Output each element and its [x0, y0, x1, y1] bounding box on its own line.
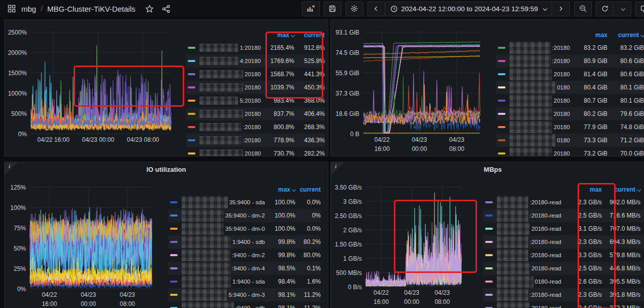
legend-row[interactable]: 1:9400 - sda98.4%1.6% — [168, 275, 321, 288]
legend-row[interactable]: 2018081.4 GiB80.6 GiB — [496, 68, 644, 81]
panel-mbps[interactable]: i MBps 3.50 GB/s3 GB/s2.50 GB/s2 GB/s1.5… — [330, 162, 644, 308]
legend-row[interactable]: 1:9400 - sdb99.8%80.2% — [168, 235, 321, 249]
legend-row[interactable]: :20180-read2.3 GB/s694.3 MB/s — [483, 235, 644, 249]
svg-text:1.50 GB/s: 1.50 GB/s — [335, 241, 362, 248]
star-icon[interactable] — [143, 5, 156, 13]
nav-actions: 2024-04-22 12:00:00 to 2024-04-23 12:59:… — [302, 2, 644, 16]
legend-current-value: 74.8 GiB — [607, 124, 644, 131]
legend-max-value: 100.0% — [265, 212, 295, 219]
panel-memory[interactable]: 93.1 GiB74.5 GiB55.9 GiB37.3 GiB18.6 GiB… — [330, 19, 644, 157]
legend-row[interactable]: 20180-read2.4 GB/s372.3 MB/s — [483, 301, 644, 308]
legend-max-value: 80.4 GiB — [570, 84, 607, 91]
refresh-button[interactable] — [596, 2, 614, 16]
redacted-series-name — [497, 209, 528, 222]
legend-row[interactable]: 20180730.7%282.2% — [186, 147, 325, 157]
legend-max-value: 800.8% — [261, 124, 294, 131]
legend-row[interactable]: 1:201802165.4%912.6% — [186, 41, 325, 54]
series-color-swatch — [498, 47, 505, 49]
legend-row[interactable]: 018080.4 GiB80.1 GiB — [496, 81, 644, 94]
legend-current-value: 70.0 GiB — [607, 150, 644, 157]
panel-io-utilization[interactable]: i IO utilization 125%100%75%50%25%0%04/2… — [4, 162, 328, 308]
legend-row[interactable]: :20180778.9%436.3% — [186, 134, 325, 147]
legend-header-max[interactable]: max — [261, 32, 294, 39]
svg-text:2000%: 2000% — [8, 49, 27, 56]
apps-grid-icon[interactable] — [5, 5, 18, 13]
grafana-dashboard: mbg / MBG-Cluster-TiKV-Details — [0, 0, 644, 308]
svg-text:04/23: 04/23 — [81, 291, 96, 298]
panel-info-corner[interactable] — [331, 162, 344, 175]
series-color-swatch — [188, 86, 195, 88]
legend-max-value: 100.0% — [265, 225, 295, 232]
legend-row[interactable]: 2018080.7 GiB80.1 GiB — [496, 94, 644, 107]
series-color-swatch — [188, 100, 195, 102]
legend-header-current[interactable]: current — [602, 186, 644, 193]
redacted-series-name — [182, 289, 227, 301]
legend-row[interactable]: 2018077.9 GiB74.8 GiB — [496, 120, 644, 134]
legend-row[interactable]: 2018080.2 GiB79.6 GiB — [496, 107, 644, 120]
legend-row[interactable]: 20180-read3.1 GB/s707.0 MB/s — [483, 222, 644, 235]
legend-current-value: 579.8 MB/s — [602, 252, 644, 259]
breadcrumb-app[interactable]: mbg — [21, 5, 36, 13]
time-shift-back-button[interactable] — [367, 2, 385, 16]
legend-row[interactable]: :20180800.8%268.3% — [186, 120, 325, 134]
legend-row[interactable]: :9400 - sdb98.1%11.2% — [168, 301, 321, 308]
legend-max-value: 81.4 GiB — [570, 71, 607, 78]
panel-title[interactable]: IO utilization — [5, 166, 328, 173]
legend-max-value: 99.8% — [265, 238, 295, 245]
legend-row[interactable]: 5:9400 - dm-398.1%11.2% — [168, 288, 321, 301]
refresh-interval-dropdown[interactable] — [614, 2, 631, 16]
legend-header-current[interactable]: current — [294, 32, 325, 39]
legend-row[interactable]: :2018080.9 GiB80.6 GiB — [496, 54, 644, 68]
add-panel-button[interactable] — [302, 2, 320, 16]
legend-row[interactable]: 20180-read2.5 GB/s446.8 MB/s — [483, 262, 644, 275]
legend-header-max[interactable]: max — [265, 186, 295, 193]
share-icon[interactable] — [159, 5, 173, 13]
legend-row[interactable]: 0180-read2.6 GB/s395.5 MB/s — [483, 275, 644, 288]
legend-header-current[interactable]: current — [295, 186, 321, 193]
legend-row[interactable]: 20180837.7%406.4% — [186, 107, 325, 120]
redacted-series-name — [199, 44, 238, 52]
legend-header-max[interactable]: max — [570, 32, 607, 39]
legend-row[interactable]: :2018083.2 GiB83.2 GiB — [496, 41, 644, 54]
panel-title[interactable]: MBps — [331, 166, 644, 173]
legend-row[interactable]: 201801039.7%450.3% — [186, 81, 325, 94]
legend-row[interactable]: 5:20180983.4%368.0% — [186, 94, 325, 107]
redacted-series-name — [199, 97, 238, 105]
series-color-swatch — [485, 228, 493, 230]
redacted-series-name — [510, 68, 552, 80]
legend-row[interactable]: 201801568.7%441.3% — [186, 68, 325, 81]
time-shift-forward-button[interactable] — [552, 2, 570, 16]
dashboard-title[interactable]: MBG-Cluster-TiKV-Details — [47, 5, 135, 13]
legend-row[interactable]: :20180-read2.3 GB/s902.0 MB/s — [483, 196, 644, 209]
tv-kiosk-button[interactable] — [635, 2, 644, 16]
legend-row[interactable]: :9400 - dm-498.5%0.1% — [168, 262, 321, 275]
legend-row[interactable]: :20180-read2.5 GB/s716.6 MB/s — [483, 209, 644, 222]
svg-text:0%: 0% — [18, 131, 27, 138]
save-dashboard-button[interactable] — [324, 2, 342, 16]
legend-row[interactable]: 35:9400 - dm-0100.0%0.0% — [168, 222, 321, 235]
legend-header-current[interactable]: current — [607, 32, 644, 39]
dashboard-settings-button[interactable] — [346, 2, 363, 16]
svg-text:04/22: 04/22 — [374, 289, 389, 296]
series-color-swatch — [188, 113, 195, 115]
time-range-picker[interactable]: 2024-04-22 12:00:00 to 2024-04-23 12:59:… — [385, 2, 552, 16]
series-color-swatch — [498, 126, 505, 128]
svg-text:100%: 100% — [10, 204, 26, 211]
legend-row[interactable]: :9400 - dm-299.8%80.0% — [168, 249, 321, 262]
legend-row[interactable]: 35:9400 - sda100.0%0.0% — [168, 196, 321, 209]
panel-info-corner[interactable] — [5, 162, 18, 175]
legend-row[interactable]: 4:201801769.6%525.8% — [186, 54, 325, 68]
legend-row[interactable]: :20180-read3.3 GB/s579.8 MB/s — [483, 249, 644, 262]
legend-row[interactable]: :20180-read2.3 GB/s391.8 MB/s — [483, 288, 644, 301]
legend-header-max[interactable]: max — [561, 186, 602, 193]
redacted-series-name — [182, 302, 234, 308]
legend-row[interactable]: 018073.3 GiB71.2 GiB — [496, 134, 644, 147]
legend-max-value: 730.7% — [261, 150, 294, 157]
redacted-series-name — [199, 149, 243, 157]
legend-row[interactable]: 35:9400 - dm-2100.0%0% — [168, 209, 321, 222]
legend-current-value: 716.6 MB/s — [602, 212, 644, 219]
zoom-out-time-button[interactable] — [574, 2, 592, 16]
legend-row[interactable]: 2018073.2 GiB70.0 GiB — [496, 147, 644, 157]
legend-current-value: 707.0 MB/s — [602, 225, 644, 232]
panel-cpu[interactable]: 2500%2000%1500%1000%500%0%04/22 16:0004/… — [4, 19, 328, 157]
